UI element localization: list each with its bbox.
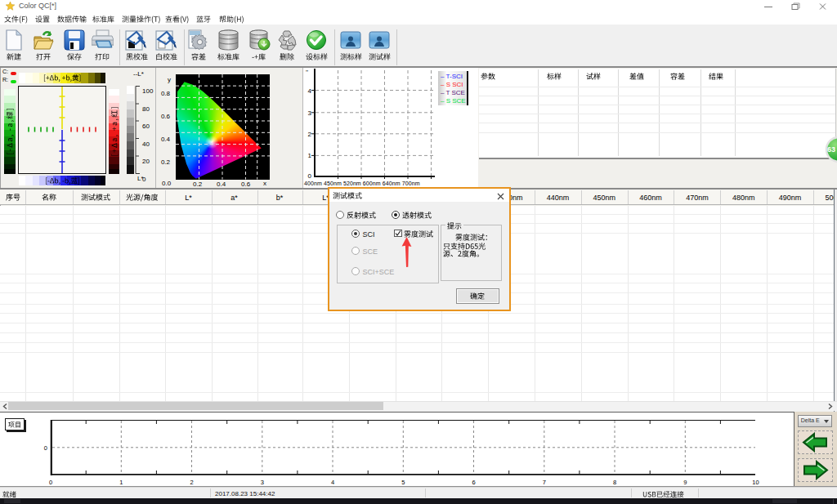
svg-text:63: 63 [827,145,835,154]
